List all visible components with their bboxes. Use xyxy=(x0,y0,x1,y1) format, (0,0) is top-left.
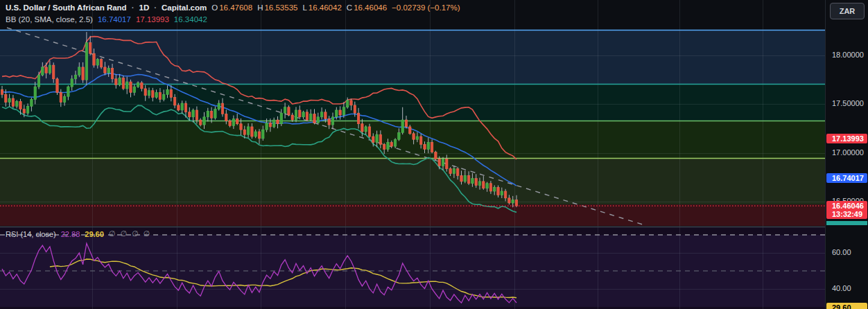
rsi-empty-value: ∅ xyxy=(144,229,150,238)
chart-legend-primary: U.S. Dollar / South African Rand · 1D · … xyxy=(6,3,460,12)
bb-lower-price-label xyxy=(826,221,867,225)
high-value: 16.53535 xyxy=(264,3,297,12)
rsi-label[interactable]: RSI (14, close) xyxy=(6,230,56,238)
bb-lower-value: 16.34042 xyxy=(174,15,207,24)
rsi-empty-value: ∅ xyxy=(132,229,139,238)
separator-dot: · xyxy=(132,3,134,12)
indicator-price-badge: 16.74017 xyxy=(826,173,867,183)
symbol-title[interactable]: U.S. Dollar / South African Rand xyxy=(6,3,127,12)
price-tick-label: 17.50000 xyxy=(826,99,868,107)
rsi-ma-value: 29.60 xyxy=(85,230,104,238)
chart-canvas[interactable] xyxy=(0,0,825,309)
low-label: L xyxy=(302,3,306,12)
last-price-badge: 16.4604613:32:49 xyxy=(826,201,867,219)
rsi-value: 22.88 xyxy=(61,230,80,238)
interval-label[interactable]: 1D xyxy=(139,3,150,12)
bb-indicator-legend: BB (20, SMA, close, 2.5) 16.74017 17.139… xyxy=(6,15,207,24)
exchange-label[interactable]: Capital.com xyxy=(162,3,207,12)
price-tick-label: 18.00000 xyxy=(826,51,868,59)
rsi-ma-badge: 29.60 xyxy=(826,303,867,309)
price-axis[interactable]: ZAR 18.0000017.5000017.0000016.5000060.0… xyxy=(825,0,868,309)
change-value: −0.02739 (−0.17%) xyxy=(392,3,460,12)
close-value: 16.46046 xyxy=(354,3,387,12)
high-label: H xyxy=(257,3,263,12)
bar-countdown-timer: 13:32:49 xyxy=(832,210,867,218)
rsi-empty-value: ∅ xyxy=(120,229,127,238)
bb-label[interactable]: BB (20, SMA, close, 2.5) xyxy=(6,15,93,24)
rsi-tick-label: 40.00 xyxy=(826,284,868,292)
bb-upper-value: 17.13993 xyxy=(136,15,169,24)
trading-chart-window: U.S. Dollar / South African Rand · 1D · … xyxy=(0,0,868,309)
last-price-value: 16.46046 xyxy=(832,202,867,210)
indicator-price-badge: 17.13993 xyxy=(826,134,867,143)
rsi-tick-label: 60.00 xyxy=(826,248,868,256)
currency-toggle-button[interactable]: ZAR xyxy=(830,3,865,19)
bb-basis-value: 16.74017 xyxy=(98,15,131,24)
rsi-indicator-legend: RSI (14, close) 22.88 29.60 ∅ ∅ ∅ ∅ xyxy=(6,229,150,238)
open-value: 16.47608 xyxy=(219,3,252,12)
rsi-empty-value: ∅ xyxy=(109,229,116,238)
open-label: O xyxy=(211,3,218,12)
price-tick-label: 17.00000 xyxy=(826,148,868,157)
separator-dot: · xyxy=(154,3,157,12)
close-label: C xyxy=(347,3,352,12)
price-zones xyxy=(0,30,825,226)
low-value: 16.46042 xyxy=(309,3,342,12)
